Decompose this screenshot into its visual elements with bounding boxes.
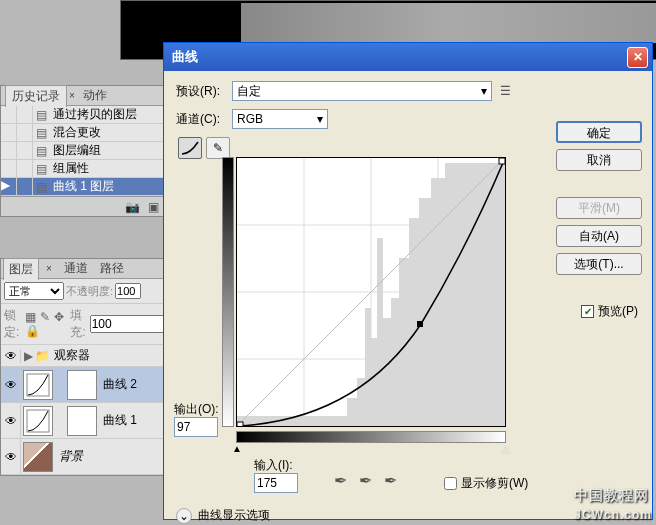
visibility-icon[interactable]: 👁 <box>1 439 21 474</box>
lock-icons: ▦✎✥🔒 <box>23 310 66 338</box>
svg-rect-24 <box>499 158 505 164</box>
cancel-button[interactable]: 取消 <box>556 149 642 171</box>
mask-thumb[interactable] <box>67 370 97 400</box>
smooth-button: 平滑(M) <box>556 197 642 219</box>
expand-icon[interactable]: ▶ <box>21 349 35 363</box>
layer-name[interactable]: 曲线 2 <box>99 376 137 393</box>
svg-rect-1 <box>27 410 49 432</box>
preview-label: 预览(P) <box>598 303 638 320</box>
svg-rect-9 <box>347 398 357 426</box>
dropdown-icon: ▾ <box>317 112 323 126</box>
adjustment-thumb <box>23 406 53 436</box>
checkbox-icon[interactable]: ✔ <box>581 305 594 318</box>
watermark: 中国教程网 JCWcn.com <box>574 486 652 523</box>
svg-rect-14 <box>383 318 391 426</box>
titlebar[interactable]: 曲线 ✕ <box>164 43 652 71</box>
output-gradient <box>222 157 234 427</box>
dialog-title: 曲线 <box>168 48 627 66</box>
lock-all-icon[interactable]: 🔒 <box>25 324 40 338</box>
preset-select[interactable]: 自定 ▾ <box>232 81 492 101</box>
eyedroppers: ✒ ✒ ✒ <box>334 471 397 490</box>
auto-button[interactable]: 自动(A) <box>556 225 642 247</box>
white-eyedropper[interactable]: ✒ <box>384 471 397 490</box>
options-button[interactable]: 选项(T)... <box>556 253 642 275</box>
opacity-input[interactable] <box>115 283 141 299</box>
curve-point-tool[interactable] <box>178 137 202 159</box>
layer-name[interactable]: 曲线 1 <box>99 412 137 429</box>
layer-group[interactable]: 👁 ▶ 📁 观察器 <box>1 345 167 367</box>
layer-icon: ▤ <box>33 108 49 122</box>
black-slider[interactable]: ▲ <box>232 443 242 454</box>
svg-rect-15 <box>391 298 399 426</box>
layers-panel: 图层× 通道 路径 正常 不透明度: 锁定: ▦✎✥🔒 填充: 👁 ▶ 📁 观察… <box>0 258 168 476</box>
history-item[interactable]: ▤通过拷贝的图层 <box>1 106 165 124</box>
svg-rect-13 <box>377 238 383 426</box>
tab-close-icon[interactable]: × <box>67 90 77 101</box>
output-input[interactable] <box>174 417 218 437</box>
visibility-icon[interactable]: 👁 <box>1 367 21 402</box>
preset-menu-icon[interactable]: ☰ <box>500 84 511 98</box>
gray-eyedropper[interactable]: ✒ <box>359 471 372 490</box>
layer-icon: ▤ <box>33 180 49 194</box>
curves-graph[interactable] <box>236 157 506 427</box>
curve-draw-tool[interactable]: ✎ <box>206 137 230 159</box>
blend-mode-select[interactable]: 正常 <box>4 282 64 300</box>
history-item[interactable]: ▤混合更改 <box>1 124 165 142</box>
svg-rect-11 <box>365 308 371 426</box>
tab-paths[interactable]: 路径 <box>95 258 129 279</box>
camera-icon[interactable]: 📷 <box>125 200 140 214</box>
curves-dialog: 曲线 ✕ 预设(R): 自定 ▾ ☰ 通道(C): RGB ▾ ✎ <box>163 42 653 520</box>
history-tabs: 历史记录 × 动作 <box>1 86 165 106</box>
visibility-icon[interactable]: 👁 <box>1 349 21 363</box>
history-item[interactable]: ▤图层编组 <box>1 142 165 160</box>
lock-row: 锁定: ▦✎✥🔒 填充: <box>1 304 167 345</box>
tab-layers[interactable]: 图层 <box>3 258 39 280</box>
show-clip-checkbox[interactable] <box>444 477 457 490</box>
show-clipping[interactable]: 显示修剪(W) <box>444 475 528 492</box>
new-snapshot-icon[interactable]: ▣ <box>148 200 159 214</box>
tab-history[interactable]: 历史记录 <box>5 85 67 107</box>
history-list: ▤通过拷贝的图层 ▤混合更改 ▤图层编组 ▤组属性 ▶▤曲线 1 图层 <box>1 106 165 196</box>
layer-row[interactable]: 👁 曲线 2 <box>1 367 167 403</box>
folder-icon: 📁 <box>35 349 50 363</box>
svg-rect-19 <box>431 178 445 426</box>
mask-thumb[interactable] <box>67 406 97 436</box>
svg-rect-0 <box>27 374 49 396</box>
layer-icon: ▤ <box>33 144 49 158</box>
tab-channels[interactable]: 通道 <box>59 258 93 279</box>
dropdown-icon: ▾ <box>481 84 487 98</box>
layer-name[interactable]: 背景 <box>55 448 83 465</box>
close-button[interactable]: ✕ <box>627 47 648 68</box>
lock-paint-icon[interactable]: ✎ <box>40 310 50 324</box>
group-name: 观察器 <box>54 347 90 364</box>
layers-tabs: 图层× 通道 路径 <box>1 259 167 279</box>
lock-trans-icon[interactable]: ▦ <box>25 310 36 324</box>
adjustment-thumb <box>23 370 53 400</box>
input-label: 输入(I): <box>254 457 293 474</box>
layer-row[interactable]: 👁 曲线 1 <box>1 403 167 439</box>
history-panel: 历史记录 × 动作 ▤通过拷贝的图层 ▤混合更改 ▤图层编组 ▤组属性 ▶▤曲线… <box>0 85 166 217</box>
show-clip-label: 显示修剪(W) <box>461 475 528 492</box>
svg-rect-18 <box>419 198 431 426</box>
opacity-label: 不透明度: <box>66 284 113 299</box>
visibility-icon[interactable]: 👁 <box>1 403 21 438</box>
black-eyedropper[interactable]: ✒ <box>334 471 347 490</box>
display-options-label: 曲线显示选项 <box>198 507 270 524</box>
lock-move-icon[interactable]: ✥ <box>54 310 64 324</box>
display-options-toggle[interactable]: ⌄ 曲线显示选项 <box>176 507 270 524</box>
white-slider[interactable]: △ <box>502 443 510 454</box>
output-label: 输出(O): <box>174 401 219 418</box>
dialog-buttons: 确定 取消 平滑(M) 自动(A) 选项(T)... <box>556 121 642 275</box>
layer-row[interactable]: 👁 背景 <box>1 439 167 475</box>
tab-actions[interactable]: 动作 <box>77 85 113 106</box>
ok-button[interactable]: 确定 <box>556 121 642 143</box>
input-input[interactable] <box>254 473 298 493</box>
close-icon[interactable]: × <box>41 261 57 276</box>
lock-label: 锁定: <box>4 307 19 341</box>
history-item[interactable]: ▶▤曲线 1 图层 <box>1 178 165 196</box>
channel-select[interactable]: RGB ▾ <box>232 109 328 129</box>
svg-rect-22 <box>237 422 243 426</box>
layer-icon: ▤ <box>33 126 49 140</box>
preview-checkbox[interactable]: ✔ 预览(P) <box>581 303 638 320</box>
history-item[interactable]: ▤组属性 <box>1 160 165 178</box>
